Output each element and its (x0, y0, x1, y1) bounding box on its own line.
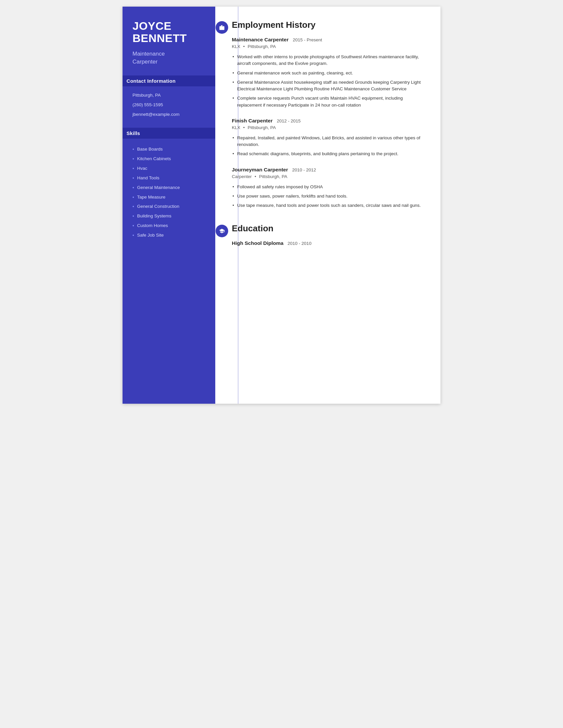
job-title-1: Maintenance Carpenter (232, 37, 289, 42)
skill-item: General Maintenance (132, 183, 205, 193)
job-title-line-2: Finish Carpenter 2012 - 2015 (232, 118, 427, 124)
education-icon (215, 225, 228, 237)
candidate-title: Maintenance Carpenter (132, 50, 205, 66)
job-dates-1: 2015 - Present (293, 37, 322, 42)
job-company-3: Carpenter • Pittsburgh, PA (232, 174, 427, 179)
job-bullets-3: Followed all safety rules imposed by OSH… (232, 182, 427, 210)
briefcase-icon (219, 24, 225, 30)
skill-item: Tape Measure (132, 193, 205, 202)
job-dates-2: 2012 - 2015 (277, 118, 301, 123)
skill-item: General Construction (132, 202, 205, 211)
job-title-3: Journeyman Carpenter (232, 167, 288, 172)
job-title-2: Finish Carpenter (232, 118, 272, 123)
edu-dates-1: 2010 - 2010 (288, 241, 311, 246)
job-company-1: KLX • Pittsburgh, PA (232, 44, 427, 49)
sidebar: JOYCE BENNETT Maintenance Carpenter Cont… (122, 7, 215, 404)
bullet-item: Use tape measure, hand tools and power t… (232, 201, 427, 210)
bullet-item: Followed all safety rules imposed by OSH… (232, 182, 427, 192)
skill-item: Kitchen Cabinets (132, 154, 205, 164)
bullet-item: General Maintenance Assist housekeeping … (232, 78, 427, 94)
skill-item: Base Boards (132, 145, 205, 154)
bullet-item: Use power saws, power nailers, forklifts… (232, 192, 427, 201)
skills-list: Base Boards Kitchen Cabinets Hvac Hand T… (132, 145, 205, 240)
employment-section: Employment History Maintenance Carpenter… (232, 20, 427, 210)
education-title: Education (232, 223, 427, 234)
bullet-item: Worked with other interns to provide pho… (232, 52, 427, 68)
contact-location: Pittsburgh, PA (132, 92, 205, 99)
contact-section-header: Contact Information (122, 75, 215, 86)
resume-container: JOYCE BENNETT Maintenance Carpenter Cont… (122, 7, 441, 404)
job-dates-3: 2010 - 2012 (292, 167, 316, 172)
skills-section: Skills Base Boards Kitchen Cabinets Hvac… (132, 128, 205, 240)
job-title-line-3: Journeyman Carpenter 2010 - 2012 (232, 167, 427, 173)
candidate-name: JOYCE BENNETT (132, 20, 205, 45)
employment-title: Employment History (232, 20, 427, 30)
job-bullets-2: Repaired, Installed, and painted Windows… (232, 133, 427, 159)
job-block-1: Maintenance Carpenter 2015 - Present KLX… (232, 37, 427, 110)
contact-email: jbennett@example.com (132, 112, 205, 118)
skills-section-header: Skills (122, 128, 215, 139)
edu-block-1: High School Diploma 2010 - 2010 (232, 240, 427, 246)
graduation-icon (219, 228, 225, 234)
job-title-line-1: Maintenance Carpenter 2015 - Present (232, 37, 427, 43)
bullet-item: Complete service requests Punch vacant u… (232, 94, 427, 110)
bullet-item: Read schematic diagrams, blueprints, and… (232, 149, 427, 159)
job-block-2: Finish Carpenter 2012 - 2015 KLX • Pitts… (232, 118, 427, 159)
job-bullets-1: Worked with other interns to provide pho… (232, 52, 427, 110)
edu-degree-1: High School Diploma (232, 240, 284, 246)
bullet-item: Repaired, Installed, and painted Windows… (232, 133, 427, 150)
skill-item: Safe Job Site (132, 231, 205, 240)
skill-item: Hvac (132, 164, 205, 173)
skill-item: Custom Homes (132, 221, 205, 231)
job-block-3: Journeyman Carpenter 2010 - 2012 Carpent… (232, 167, 427, 210)
bullet-item: General maintenance work such as paintin… (232, 68, 427, 78)
employment-icon (215, 21, 228, 34)
main-content: Employment History Maintenance Carpenter… (215, 7, 441, 404)
job-company-2: KLX • Pittsburgh, PA (232, 125, 427, 130)
skill-item: Hand Tools (132, 173, 205, 183)
education-section: Education High School Diploma 2010 - 201… (232, 223, 427, 246)
skill-item: Building Systems (132, 211, 205, 221)
edu-title-line: High School Diploma 2010 - 2010 (232, 240, 427, 246)
contact-phone: (260) 555-1595 (132, 102, 205, 108)
